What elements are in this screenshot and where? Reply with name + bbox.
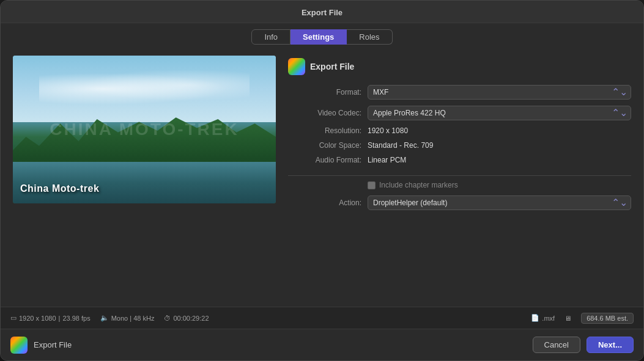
extension-status: 📄 .mxf bbox=[531, 314, 555, 322]
footer: Export File Cancel Next... bbox=[1, 329, 643, 360]
action-select[interactable]: DropletHelper (default) bbox=[368, 195, 631, 210]
tab-bar: Info Settings Roles bbox=[1, 23, 643, 49]
video-codec-select-wrapper: Apple ProRes 422 HQ ⌃⌄ bbox=[368, 106, 631, 120]
duration-status-value: 00:00:29:22 bbox=[173, 315, 209, 322]
video-codec-row: Video Codec: Apple ProRes 422 HQ ⌃⌄ bbox=[288, 106, 631, 120]
tab-info[interactable]: Info bbox=[251, 29, 291, 45]
color-space-label: Color Space: bbox=[288, 141, 361, 150]
file-icon: 📄 bbox=[531, 314, 539, 322]
monitor-icon: ▭ bbox=[10, 314, 17, 322]
monitor-output-icon: 🖥 bbox=[564, 315, 571, 322]
titlebar: Export File bbox=[1, 1, 643, 23]
video-codec-label: Video Codec: bbox=[288, 109, 361, 117]
action-select-wrapper: DropletHelper (default) ⌃⌄ bbox=[368, 195, 631, 210]
export-file-icon bbox=[288, 58, 305, 75]
color-space-row: Color Space: Standard - Rec. 709 bbox=[288, 141, 631, 150]
video-codec-select[interactable]: Apple ProRes 422 HQ bbox=[368, 106, 631, 120]
duration-status: ⏱ 00:00:29:22 bbox=[164, 315, 209, 322]
right-panel: Export File Format: MXF ⌃⌄ Video Codec: … bbox=[288, 56, 631, 301]
audio-status-value: Mono | 48 kHz bbox=[111, 315, 155, 322]
format-select-wrapper: MXF ⌃⌄ bbox=[368, 85, 631, 100]
footer-icon bbox=[10, 337, 28, 354]
chapter-markers-checkbox[interactable] bbox=[368, 181, 376, 189]
main-content: CHINA MOTO-TREK China Moto-trek Export F… bbox=[1, 49, 643, 307]
speaker-icon: 🔈 bbox=[100, 314, 109, 322]
resolution-label: Resolution: bbox=[288, 126, 361, 135]
export-header-title: Export File bbox=[310, 62, 354, 71]
action-label: Action: bbox=[288, 199, 361, 207]
left-panel: CHINA MOTO-TREK China Moto-trek bbox=[13, 56, 276, 301]
export-dialog: Export File Info Settings Roles CHINA MO… bbox=[0, 0, 644, 361]
color-space-value: Standard - Rec. 709 bbox=[368, 141, 433, 150]
chapter-markers-label: Include chapter markers bbox=[379, 181, 458, 189]
export-header: Export File bbox=[288, 56, 631, 75]
chapter-markers-row: Include chapter markers bbox=[288, 181, 631, 189]
cancel-button[interactable]: Cancel bbox=[533, 337, 580, 353]
clouds-layer bbox=[39, 70, 250, 108]
audio-status: 🔈 Mono | 48 kHz bbox=[100, 314, 155, 322]
tab-settings[interactable]: Settings bbox=[291, 29, 347, 45]
divider-1 bbox=[288, 175, 631, 176]
format-label: Format: bbox=[288, 88, 361, 97]
video-title: China Moto-trek bbox=[20, 183, 99, 194]
format-select[interactable]: MXF bbox=[368, 85, 631, 100]
resolution-value: 1920 x 1080 bbox=[368, 126, 408, 135]
video-preview: CHINA MOTO-TREK China Moto-trek bbox=[13, 56, 276, 203]
status-bar: ▭ 1920 x 1080 | 23.98 fps 🔈 Mono | 48 kH… bbox=[1, 307, 643, 329]
dialog-title: Export File bbox=[302, 8, 342, 17]
audio-format-label: Audio Format: bbox=[288, 156, 361, 164]
footer-title: Export File bbox=[34, 340, 527, 349]
audio-format-row: Audio Format: Linear PCM bbox=[288, 156, 631, 164]
video-watermark: CHINA MOTO-TREK bbox=[50, 120, 239, 139]
format-row: Format: MXF ⌃⌄ bbox=[288, 85, 631, 100]
file-size-badge: 684.6 MB est. bbox=[581, 313, 634, 324]
resolution-status-value: 1920 x 1080 bbox=[19, 315, 56, 322]
resolution-row: Resolution: 1920 x 1080 bbox=[288, 126, 631, 135]
resolution-status: ▭ 1920 x 1080 | 23.98 fps bbox=[10, 314, 91, 322]
audio-format-value: Linear PCM bbox=[368, 156, 406, 164]
action-row: Action: DropletHelper (default) ⌃⌄ bbox=[288, 195, 631, 210]
clock-icon: ⏱ bbox=[164, 315, 171, 322]
fps-status-value: 23.98 fps bbox=[62, 315, 90, 322]
next-button[interactable]: Next... bbox=[587, 337, 634, 353]
extension-status-value: .mxf bbox=[542, 315, 555, 322]
tab-roles[interactable]: Roles bbox=[347, 29, 392, 45]
